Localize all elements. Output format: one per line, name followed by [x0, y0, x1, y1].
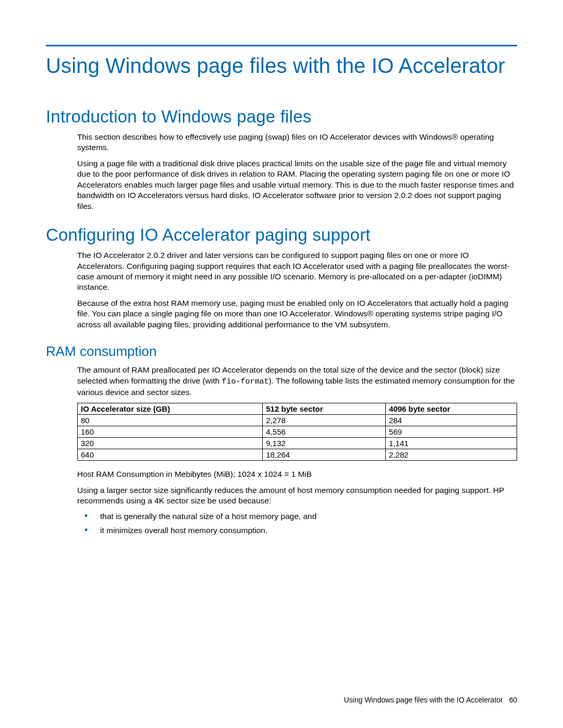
table-header: 512 byte sector	[263, 403, 386, 415]
table-cell: 569	[386, 426, 517, 438]
table-cell: 320	[78, 438, 263, 449]
document-page: Using Windows page files with the IO Acc…	[0, 0, 563, 728]
page-title: Using Windows page files with the IO Acc…	[46, 54, 517, 78]
bullet-list: that is generally the natural size of a …	[77, 511, 517, 536]
ram-consumption-table: IO Accelerator size (GB) 512 byte sector…	[77, 403, 517, 461]
list-item: that is generally the natural size of a …	[77, 511, 517, 522]
paragraph: Because of the extra host RAM memory use…	[77, 298, 517, 330]
page-number: 60	[509, 696, 517, 704]
list-item: it minimizes overall host memory consump…	[77, 525, 517, 536]
table-row: 80 2,278 284	[78, 415, 517, 426]
paragraph: This section describes how to effectivel…	[77, 132, 517, 153]
paragraph: Using a page file with a traditional dis…	[77, 158, 517, 212]
table-cell: 18,264	[263, 449, 386, 461]
code-inline: fio-format	[222, 377, 268, 386]
page-footer: Using Windows page files with the IO Acc…	[344, 696, 517, 704]
section-title-ram: RAM consumption	[46, 343, 517, 360]
table-row: 160 4,556 569	[78, 426, 517, 438]
table-header: 4096 byte sector	[386, 403, 517, 415]
table-header-row: IO Accelerator size (GB) 512 byte sector…	[78, 403, 517, 415]
table-cell: 2,282	[386, 449, 517, 461]
table-cell: 284	[386, 415, 517, 426]
section-intro-body: This section describes how to effectivel…	[77, 132, 517, 212]
section-title-config: Configuring IO Accelerator paging suppor…	[46, 225, 517, 245]
table-cell: 160	[78, 426, 263, 438]
table-cell: 2,278	[263, 415, 386, 426]
table-cell: 1,141	[386, 438, 517, 449]
paragraph: The amount of RAM preallocated per IO Ac…	[77, 365, 517, 398]
footer-text: Using Windows page files with the IO Acc…	[344, 696, 503, 704]
table-row: 320 9,132 1,141	[78, 438, 517, 449]
table-cell: 4,556	[263, 426, 386, 438]
table-row: 640 18,264 2,282	[78, 449, 517, 461]
table-header: IO Accelerator size (GB)	[78, 403, 263, 415]
table-cell: 9,132	[263, 438, 386, 449]
section-ram-body: The amount of RAM preallocated per IO Ac…	[77, 365, 517, 536]
section-title-intro: Introduction to Windows page files	[46, 107, 517, 127]
paragraph: The IO Accelerator 2.0.2 driver and late…	[77, 250, 517, 293]
section-config-body: The IO Accelerator 2.0.2 driver and late…	[77, 250, 517, 330]
paragraph: Host RAM Consumption in Mebibytes (MiB);…	[77, 469, 517, 479]
table-cell: 80	[78, 415, 263, 426]
table-cell: 640	[78, 449, 263, 461]
top-rule	[46, 45, 517, 46]
paragraph: Using a larger sector size significantly…	[77, 485, 517, 507]
